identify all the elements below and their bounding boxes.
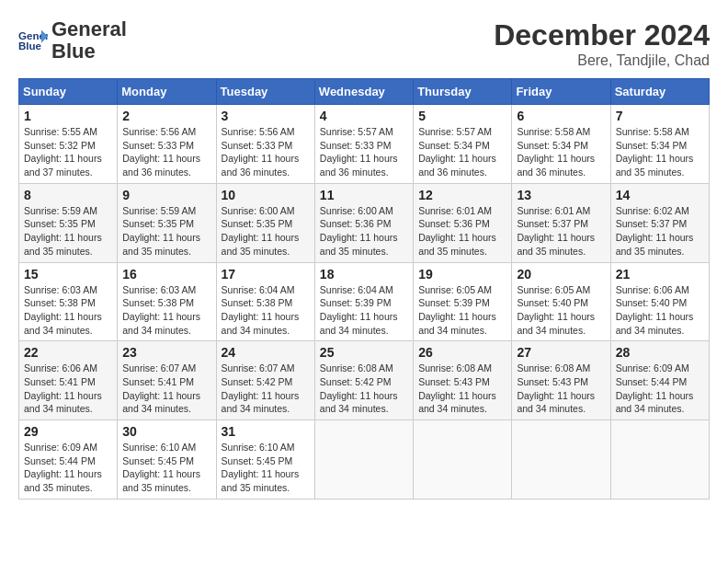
day-info: Sunrise: 6:06 AMSunset: 5:41 PMDaylight:… xyxy=(24,362,112,416)
day-number: 2 xyxy=(122,109,210,123)
day-number: 29 xyxy=(24,424,112,439)
calendar-cell: 8Sunrise: 5:59 AMSunset: 5:35 PMDaylight… xyxy=(19,183,118,262)
day-number: 30 xyxy=(122,424,210,439)
calendar-cell: 17Sunrise: 6:04 AMSunset: 5:38 PMDayligh… xyxy=(216,262,314,341)
calendar-cell: 1Sunrise: 5:55 AMSunset: 5:32 PMDaylight… xyxy=(19,105,118,184)
day-info: Sunrise: 5:59 AMSunset: 5:35 PMDaylight:… xyxy=(24,204,112,259)
calendar-cell: 15Sunrise: 6:03 AMSunset: 5:38 PMDayligh… xyxy=(19,262,118,341)
day-info: Sunrise: 6:01 AMSunset: 5:36 PMDaylight:… xyxy=(418,204,506,259)
calendar-cell: 22Sunrise: 6:06 AMSunset: 5:41 PMDayligh… xyxy=(19,341,118,420)
calendar-cell: 13Sunrise: 6:01 AMSunset: 5:37 PMDayligh… xyxy=(512,183,610,262)
calendar-cell: 11Sunrise: 6:00 AMSunset: 5:36 PMDayligh… xyxy=(314,183,413,262)
day-number: 11 xyxy=(320,188,408,202)
day-info: Sunrise: 5:58 AMSunset: 5:34 PMDaylight:… xyxy=(616,125,704,179)
calendar-cell: 24Sunrise: 6:07 AMSunset: 5:42 PMDayligh… xyxy=(216,341,314,420)
day-info: Sunrise: 6:07 AMSunset: 5:42 PMDaylight:… xyxy=(222,362,310,416)
calendar-cell: 4Sunrise: 5:57 AMSunset: 5:33 PMDaylight… xyxy=(314,105,413,184)
day-info: Sunrise: 6:07 AMSunset: 5:41 PMDaylight:… xyxy=(122,362,210,416)
weekday-header-friday: Friday xyxy=(512,79,610,105)
calendar-week-4: 22Sunrise: 6:06 AMSunset: 5:41 PMDayligh… xyxy=(19,341,710,420)
calendar-cell: 23Sunrise: 6:07 AMSunset: 5:41 PMDayligh… xyxy=(118,341,216,420)
calendar-week-2: 8Sunrise: 5:59 AMSunset: 5:35 PMDaylight… xyxy=(19,183,710,262)
day-info: Sunrise: 6:04 AMSunset: 5:38 PMDaylight:… xyxy=(222,283,310,338)
title-block: December 2024 Bere, Tandjile, Chad xyxy=(494,18,710,69)
day-number: 21 xyxy=(616,267,704,282)
day-number: 19 xyxy=(418,267,506,282)
day-info: Sunrise: 6:08 AMSunset: 5:43 PMDaylight:… xyxy=(517,362,605,416)
calendar-cell: 20Sunrise: 6:05 AMSunset: 5:40 PMDayligh… xyxy=(512,262,610,341)
day-info: Sunrise: 6:08 AMSunset: 5:43 PMDaylight:… xyxy=(418,362,506,416)
day-number: 18 xyxy=(320,267,408,282)
day-number: 5 xyxy=(418,109,506,123)
calendar-cell: 21Sunrise: 6:06 AMSunset: 5:40 PMDayligh… xyxy=(610,262,709,341)
day-info: Sunrise: 6:02 AMSunset: 5:37 PMDaylight:… xyxy=(616,204,704,259)
page-header: General Blue General Blue December 2024 … xyxy=(18,18,710,69)
calendar-cell: 6Sunrise: 5:58 AMSunset: 5:34 PMDaylight… xyxy=(512,105,610,184)
day-number: 20 xyxy=(517,267,605,282)
logo-icon: General Blue xyxy=(18,28,48,53)
calendar-cell: 19Sunrise: 6:05 AMSunset: 5:39 PMDayligh… xyxy=(414,262,512,341)
svg-text:Blue: Blue xyxy=(18,40,42,52)
day-number: 10 xyxy=(222,188,310,202)
weekday-header-monday: Monday xyxy=(118,79,216,105)
calendar-cell: 30Sunrise: 6:10 AMSunset: 5:45 PMDayligh… xyxy=(118,420,216,500)
day-info: Sunrise: 6:09 AMSunset: 5:44 PMDaylight:… xyxy=(24,441,112,495)
day-number: 16 xyxy=(122,267,210,282)
day-number: 17 xyxy=(222,267,310,282)
calendar-cell: 16Sunrise: 6:03 AMSunset: 5:38 PMDayligh… xyxy=(118,262,216,341)
day-number: 8 xyxy=(24,188,112,202)
logo: General Blue General Blue xyxy=(18,18,127,63)
day-number: 25 xyxy=(320,345,408,360)
day-info: Sunrise: 6:03 AMSunset: 5:38 PMDaylight:… xyxy=(24,283,112,338)
calendar-cell: 18Sunrise: 6:04 AMSunset: 5:39 PMDayligh… xyxy=(314,262,413,341)
calendar-week-5: 29Sunrise: 6:09 AMSunset: 5:44 PMDayligh… xyxy=(19,420,710,500)
day-info: Sunrise: 5:57 AMSunset: 5:34 PMDaylight:… xyxy=(418,125,506,179)
day-info: Sunrise: 6:06 AMSunset: 5:40 PMDaylight:… xyxy=(616,283,704,338)
calendar-cell xyxy=(314,420,413,500)
location: Bere, Tandjile, Chad xyxy=(494,52,710,69)
month-title: December 2024 xyxy=(494,18,710,52)
calendar-cell: 25Sunrise: 6:08 AMSunset: 5:42 PMDayligh… xyxy=(314,341,413,420)
day-info: Sunrise: 6:03 AMSunset: 5:38 PMDaylight:… xyxy=(122,283,210,338)
weekday-header-wednesday: Wednesday xyxy=(314,79,413,105)
day-info: Sunrise: 6:10 AMSunset: 5:45 PMDaylight:… xyxy=(122,441,210,495)
calendar-header-row: SundayMondayTuesdayWednesdayThursdayFrid… xyxy=(19,79,710,105)
calendar-cell xyxy=(512,420,610,500)
day-number: 13 xyxy=(517,188,605,202)
day-number: 15 xyxy=(24,267,112,282)
day-info: Sunrise: 6:04 AMSunset: 5:39 PMDaylight:… xyxy=(320,283,408,338)
day-number: 12 xyxy=(418,188,506,202)
calendar-cell: 29Sunrise: 6:09 AMSunset: 5:44 PMDayligh… xyxy=(19,420,118,500)
day-number: 3 xyxy=(222,109,310,123)
day-number: 6 xyxy=(517,109,605,123)
day-info: Sunrise: 5:59 AMSunset: 5:35 PMDaylight:… xyxy=(122,204,210,259)
day-info: Sunrise: 5:56 AMSunset: 5:33 PMDaylight:… xyxy=(222,125,310,179)
day-number: 24 xyxy=(222,345,310,360)
weekday-header-sunday: Sunday xyxy=(19,79,118,105)
calendar-cell xyxy=(610,420,709,500)
calendar-table: SundayMondayTuesdayWednesdayThursdayFrid… xyxy=(18,78,710,500)
calendar-cell: 7Sunrise: 5:58 AMSunset: 5:34 PMDaylight… xyxy=(610,105,709,184)
day-info: Sunrise: 6:05 AMSunset: 5:40 PMDaylight:… xyxy=(517,283,605,338)
calendar-cell: 2Sunrise: 5:56 AMSunset: 5:33 PMDaylight… xyxy=(118,105,216,184)
day-info: Sunrise: 6:10 AMSunset: 5:45 PMDaylight:… xyxy=(222,441,310,495)
day-number: 27 xyxy=(517,345,605,360)
day-number: 1 xyxy=(24,109,112,123)
day-number: 9 xyxy=(122,188,210,202)
day-info: Sunrise: 6:00 AMSunset: 5:35 PMDaylight:… xyxy=(222,204,310,259)
calendar-cell xyxy=(414,420,512,500)
day-number: 23 xyxy=(122,345,210,360)
calendar-cell: 12Sunrise: 6:01 AMSunset: 5:36 PMDayligh… xyxy=(414,183,512,262)
day-info: Sunrise: 6:00 AMSunset: 5:36 PMDaylight:… xyxy=(320,204,408,259)
day-number: 7 xyxy=(616,109,704,123)
weekday-header-thursday: Thursday xyxy=(414,79,512,105)
day-info: Sunrise: 6:09 AMSunset: 5:44 PMDaylight:… xyxy=(616,362,704,416)
day-info: Sunrise: 5:57 AMSunset: 5:33 PMDaylight:… xyxy=(320,125,408,179)
weekday-header-tuesday: Tuesday xyxy=(216,79,314,105)
day-info: Sunrise: 6:08 AMSunset: 5:42 PMDaylight:… xyxy=(320,362,408,416)
day-number: 26 xyxy=(418,345,506,360)
logo-text: General Blue xyxy=(51,18,127,63)
day-info: Sunrise: 5:55 AMSunset: 5:32 PMDaylight:… xyxy=(24,125,112,179)
calendar-cell: 27Sunrise: 6:08 AMSunset: 5:43 PMDayligh… xyxy=(512,341,610,420)
calendar-cell: 9Sunrise: 5:59 AMSunset: 5:35 PMDaylight… xyxy=(118,183,216,262)
